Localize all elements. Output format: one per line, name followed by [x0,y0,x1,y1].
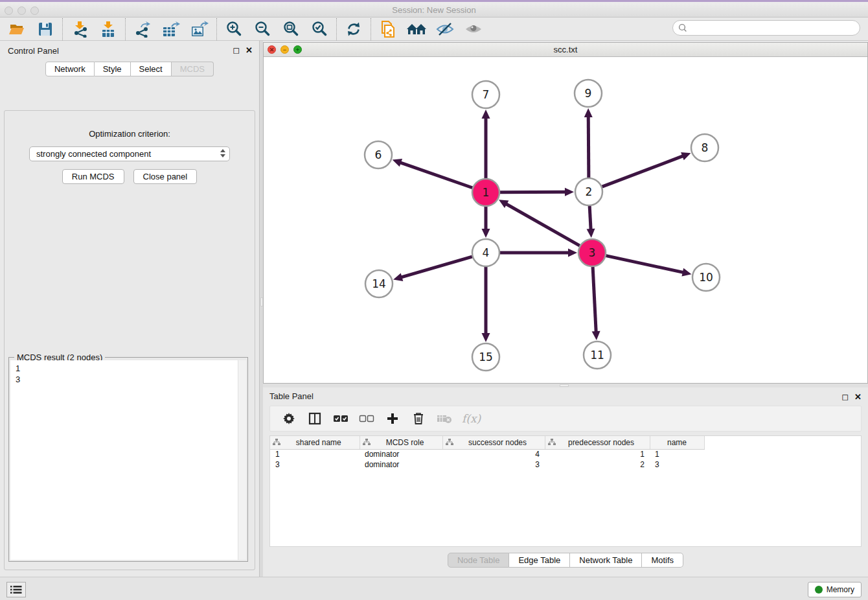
toggle-column-view-icon[interactable] [306,410,323,427]
tab-network-table[interactable]: Network Table [570,553,642,568]
window-titlebar[interactable]: Session: New Session [0,2,868,17]
column-header-predecessor-nodes[interactable]: predecessor nodes [545,436,650,449]
main-toolbar [0,17,868,41]
deselect-all-rows-icon[interactable] [358,410,375,427]
network-window-titlebar[interactable]: ✕ − + scc.txt [264,43,867,57]
table-row[interactable]: 1 dominator 4 1 1 [270,449,704,459]
network-close-icon[interactable]: ✕ [268,45,276,54]
memory-status-icon [815,586,823,594]
window-title: Session: New Session [0,5,868,15]
add-column-icon[interactable] [384,410,401,427]
table-header-row: shared name MCDS role successor nodes pr… [270,436,704,449]
graph-node-label: 9 [585,87,592,100]
graph-node-label: 7 [483,88,490,101]
tab-node-table[interactable]: Node Table [448,553,510,568]
network-view-window: ✕ − + scc.txt 7968124314101511 [263,42,868,384]
delete-table-icon[interactable] [436,410,453,427]
save-session-icon[interactable] [32,19,58,40]
result-scrollbar[interactable] [238,360,246,560]
mcds-result-group: MCDS result (2 nodes) 1 3 [8,357,248,562]
column-header-successor-nodes[interactable]: successor nodes [442,436,545,449]
home-layout-icon[interactable] [404,19,429,40]
show-all-icon[interactable] [461,19,486,40]
graph-node-label: 10 [699,271,713,284]
import-network-icon[interactable] [67,19,93,40]
run-mcds-button[interactable]: Run MCDS [62,169,124,184]
zoom-in-icon[interactable] [221,19,247,40]
hierarchy-icon [548,439,556,446]
export-table-icon[interactable] [158,19,184,40]
graph-node-label: 3 [589,246,596,259]
graph-node-label: 15 [479,351,493,363]
search-icon [678,23,687,32]
tab-network[interactable]: Network [45,62,95,76]
tab-select[interactable]: Select [131,62,172,76]
graph-node-label: 11 [590,349,604,362]
table-row[interactable]: 3 dominator 3 2 3 [270,459,704,470]
memory-label: Memory [827,585,854,594]
function-builder-icon[interactable]: f(x) [462,412,481,425]
network-maximize-icon[interactable]: + [293,45,302,54]
search-field[interactable] [672,20,860,36]
tab-mcds[interactable]: MCDS [172,62,214,76]
mcds-panel: Optimization criterion: strongly connect… [4,110,255,570]
task-history-button[interactable] [6,582,26,597]
graph-node-label: 2 [586,185,593,198]
settings-gear-icon[interactable] [280,410,297,427]
column-header-shared-name[interactable]: shared name [270,436,360,449]
table-toolbar: f(x) [269,406,862,432]
float-panel-icon[interactable]: ◻ [233,45,240,55]
optimization-criterion-value: strongly connected component [36,149,151,159]
close-panel-button[interactable]: Close panel [133,169,198,184]
mcds-result-area[interactable]: 1 3 [10,360,246,560]
network-canvas[interactable]: 7968124314101511 [264,57,867,383]
export-network-icon[interactable] [130,19,155,40]
hierarchy-icon [363,439,371,446]
zoom-out-icon[interactable] [249,19,275,40]
graph-node-label: 14 [372,277,386,290]
memory-button[interactable]: Memory [808,582,862,597]
float-panel-icon[interactable]: ◻ [841,392,849,402]
control-panel: Control Panel ◻ ✕ Network Style Select M… [0,41,259,577]
refresh-icon[interactable] [341,19,367,40]
network-window-title: scc.txt [264,43,867,56]
clone-network-icon[interactable] [375,19,401,40]
column-header-mcds-role[interactable]: MCDS role [360,436,442,449]
graph-node-label: 4 [483,246,490,259]
node-table[interactable]: shared name MCDS role successor nodes pr… [269,435,862,547]
mcds-result-lines: 1 3 [10,360,246,385]
zoom-fit-icon[interactable] [278,19,304,40]
table-tabs: Node Table Edge Table Network Table Moti… [263,553,868,568]
graph-node-label: 1 [483,186,490,199]
select-stepper-icon [220,149,225,157]
status-bar: Memory [0,577,868,600]
close-panel-icon[interactable]: ✕ [854,392,862,402]
optimization-criterion-select[interactable]: strongly connected component [29,146,230,161]
hierarchy-icon [273,439,280,446]
close-panel-icon[interactable]: ✕ [246,45,253,55]
select-all-rows-icon[interactable] [332,410,349,427]
tab-style[interactable]: Style [95,62,131,76]
search-input[interactable] [691,23,854,32]
control-panel-title: Control Panel [8,46,59,56]
export-image-icon[interactable] [187,19,212,40]
graph-node-label: 6 [375,148,382,161]
import-table-icon[interactable] [95,19,121,40]
delete-column-icon[interactable] [410,410,427,427]
splitter-grip[interactable] [560,384,569,387]
tab-motifs[interactable]: Motifs [642,553,683,568]
tab-edge-table[interactable]: Edge Table [509,553,570,568]
control-panel-tabs: Network Style Select MCDS [0,62,259,76]
graph-node-label: 8 [702,141,709,154]
open-session-icon[interactable] [4,19,30,40]
task-list-icon [10,585,22,594]
optimization-criterion-label: Optimization criterion: [5,129,255,139]
column-header-name[interactable]: name [650,436,704,449]
hide-selected-icon[interactable] [432,19,458,40]
network-minimize-icon[interactable]: − [280,45,289,54]
application-window: Session: New Session [0,0,868,600]
table-panel-title: Table Panel [269,391,314,401]
table-panel: Table Panel ◻ ✕ [263,387,868,577]
hierarchy-icon [446,439,453,446]
zoom-selected-icon[interactable] [306,19,332,40]
